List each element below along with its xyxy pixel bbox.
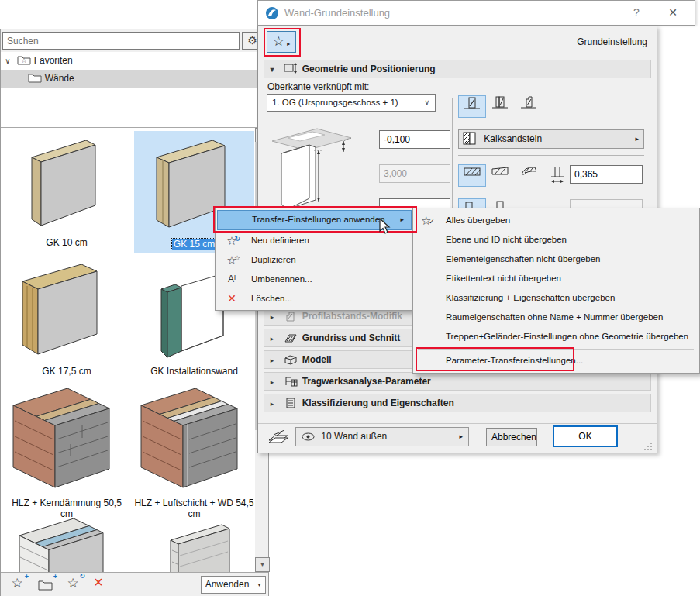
tree-item-label: Wände: [45, 73, 74, 84]
menu-item-loeschen[interactable]: ✕ Löschen...: [217, 289, 410, 308]
delete-favorite-button[interactable]: ✕: [88, 575, 109, 594]
wall-profile-button[interactable]: [516, 95, 542, 116]
divider: [258, 423, 657, 424]
mouse-cursor: [378, 218, 391, 235]
submenu-item-parameter-transfereinstellungen[interactable]: Parameter-Transfereinstellungen...: [415, 351, 697, 370]
help-button[interactable]: ?: [629, 6, 644, 19]
tree-item-label: Favoriten: [34, 55, 73, 66]
section-label: Grundriss und Schnitt: [302, 332, 401, 343]
wall-favorite-partial-1[interactable]: [5, 515, 128, 572]
model-icon: [282, 353, 299, 370]
wall-slanted-button[interactable]: [487, 164, 513, 185]
menu-item-duplizieren[interactable]: ☆☆ Duplizieren: [217, 250, 410, 270]
wall-favorite-hlz-kern[interactable]: HLZ + Kerndämmung 50,5 cm: [5, 388, 128, 520]
tree-item-favoriten[interactable]: ∨ ☆ Favoriten: [1, 52, 268, 70]
wall-basic-button[interactable]: [458, 95, 486, 118]
new-favorite-button[interactable]: ☆ +: [7, 575, 27, 594]
wall-favorite-hlz-luft[interactable]: HLZ + Luftschicht + WD 54,5 cm: [134, 388, 254, 520]
section-label: Geometrie und Positionierung: [302, 64, 436, 74]
submenu-item-ebene-id[interactable]: Ebene und ID nicht übergeben: [415, 230, 697, 250]
wall-favorite-gk10[interactable]: GK 10 cm: [5, 134, 128, 252]
submenu-item-etikettentext[interactable]: Etikettentext nicht übergeben: [415, 269, 697, 288]
wall-curved-button[interactable]: [516, 164, 542, 185]
wall-favorite-label: GK 10 cm: [46, 237, 87, 248]
submenu-item-raumeigenschaften[interactable]: Raumeigenschaften ohne Name + Nummer übe…: [415, 308, 697, 327]
layer-dropdown[interactable]: 10 Wand außen ▸: [295, 427, 469, 446]
tree-item-waende[interactable]: Wände: [1, 70, 268, 88]
redefine-favorite-button[interactable]: ☆ ↻: [63, 575, 83, 594]
divider: [452, 98, 453, 211]
section-geometrie[interactable]: ▼ Geometrie und Positionierung: [264, 60, 651, 78]
material-value: Kalksandstein: [484, 133, 542, 144]
section-tragwerksanalyse[interactable]: ▸ Tragwerksanalyse-Parameter: [264, 372, 651, 391]
wall-favorite-label: GK 17,5 cm: [42, 366, 91, 377]
submenu-item-treppen-gelaender[interactable]: Treppen+Geländer-Einstellungen ohne Geom…: [415, 327, 697, 346]
close-button[interactable]: ✕: [664, 6, 681, 19]
classification-icon: [282, 397, 299, 414]
structural-analysis-icon: [282, 375, 299, 392]
section-klassifizierung[interactable]: ▸ Klassifizierung und Eigenschaften: [264, 394, 651, 412]
favorites-thumbnail-list: GK 10 cm GK 15 cm: [1, 128, 254, 572]
scroll-down-button[interactable]: ▼: [255, 557, 270, 572]
search-row: ⚙▸: [1, 29, 268, 52]
top-link-label: Oberkante verknüpft mit:: [267, 81, 369, 92]
wall-straight-button[interactable]: [458, 164, 486, 187]
expand-triangle-icon: ▸: [264, 395, 280, 412]
wall-favorite-label-selected: GK 15 cm: [172, 239, 216, 250]
apply-dropdown-arrow[interactable]: ▾: [253, 576, 266, 594]
thickness-field[interactable]: [570, 165, 643, 184]
submenu-item-elementeigenschaften[interactable]: Elementeigenschaften nicht übergeben: [415, 250, 697, 269]
layers-icon: [267, 428, 291, 445]
material-button[interactable]: Kalksandstein ▸: [458, 129, 644, 149]
profile-modifier-icon: [282, 310, 299, 327]
submenu-item-klassifizierung[interactable]: Klassifizierung + Eigenschaften übergebe…: [415, 288, 697, 308]
cancel-button[interactable]: Abbrechen: [486, 428, 537, 446]
apply-button[interactable]: Anwenden: [201, 576, 253, 594]
chevron-down-icon[interactable]: ∨: [1, 52, 15, 70]
menu-separator: [418, 349, 694, 350]
flyout-arrow-icon: ▸: [635, 130, 639, 148]
star-icon: ☆: [273, 34, 284, 49]
archicad-logo-icon: [265, 6, 279, 20]
folder-icon: [28, 72, 42, 83]
favorites-button[interactable]: ☆ ▸: [267, 31, 296, 53]
geometry-icon: [282, 63, 299, 80]
resize-grip[interactable]: [644, 442, 653, 450]
layer-value: 10 Wand außen: [321, 431, 387, 442]
section-label: Profilabstands-Modifik: [302, 311, 402, 322]
transfer-submenu: ☆✓ Alles übergeben Ebene und ID nicht üb…: [412, 208, 700, 374]
flyout-arrow-icon: ▸: [287, 40, 290, 47]
flyout-arrow-icon: ▸: [459, 428, 463, 446]
top-link-value: 1. OG (Ursprungsgeschoss + 1): [267, 98, 398, 107]
section-label: Klassifizierung und Eigenschaften: [302, 398, 454, 408]
palette-toolbar: ☆ + + ☆ ↻ ✕ Anwenden ▾: [1, 572, 268, 596]
height-field: [379, 164, 450, 183]
menu-item-umbenennen[interactable]: Aᴵ Umbenennen...: [217, 270, 410, 289]
wall-favorite-label: GK Installationswand: [150, 366, 238, 377]
wall-favorite-gk175[interactable]: GK 17,5 cm: [5, 260, 128, 384]
screen: ⚙▸ ∨ ☆ Favoriten Wände: [0, 0, 700, 596]
expand-triangle-icon: ▸: [264, 352, 280, 369]
star-refresh-icon: ☆: [67, 576, 78, 591]
wall-thumbnail: [136, 515, 253, 572]
wall-thumbnail: [9, 134, 125, 233]
expand-triangle-icon: ▸: [264, 308, 280, 326]
dialog-titlebar[interactable]: Wand-Grundeinstellung ? ✕: [257, 0, 695, 26]
offset-field[interactable]: [379, 130, 450, 149]
search-input[interactable]: [2, 32, 240, 50]
divider: [458, 155, 644, 156]
wall-favorite-partial-2[interactable]: [134, 515, 254, 572]
dialog-title: Wand-Grundeinstellung: [284, 7, 390, 19]
section-label: Modell: [302, 354, 332, 365]
new-folder-button[interactable]: +: [35, 575, 55, 594]
svg-text:☆: ☆: [21, 57, 27, 64]
top-link-select[interactable]: 1. OG (Ursprungsgeschoss + 1) ∨: [267, 94, 436, 112]
chevron-down-icon: ∨: [424, 95, 429, 111]
ok-button[interactable]: OK: [553, 425, 618, 447]
collapse-triangle-icon[interactable]: ▼: [264, 61, 280, 78]
wall-composite-button[interactable]: [487, 95, 513, 116]
submenu-item-alles-uebergeben[interactable]: ☆✓ Alles übergeben: [415, 211, 697, 230]
star-plus-icon: ☆: [11, 576, 22, 591]
wall-preview-sketch: [267, 124, 378, 211]
favorites-folder-icon: ☆: [17, 54, 31, 65]
